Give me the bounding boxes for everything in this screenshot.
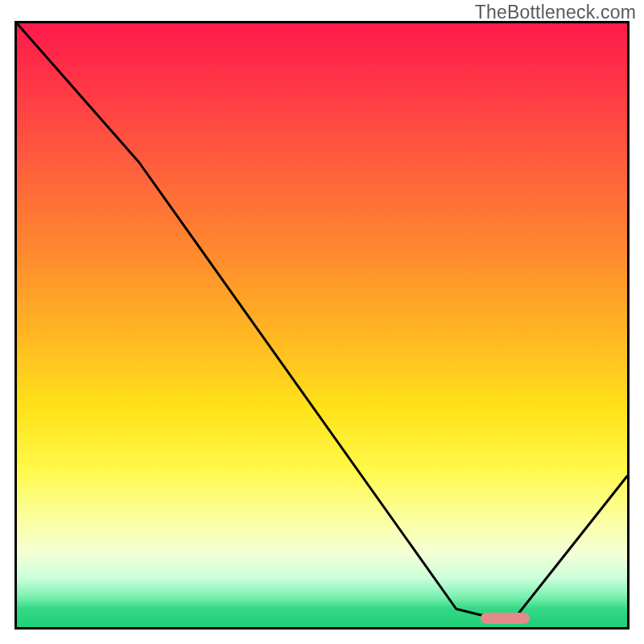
watermark-text: TheBottleneck.com [475, 2, 636, 23]
bottleneck-curve [17, 23, 627, 627]
plot-area [14, 21, 630, 630]
optimal-range-marker [481, 613, 530, 624]
chart-frame: TheBottleneck.com [0, 0, 644, 644]
